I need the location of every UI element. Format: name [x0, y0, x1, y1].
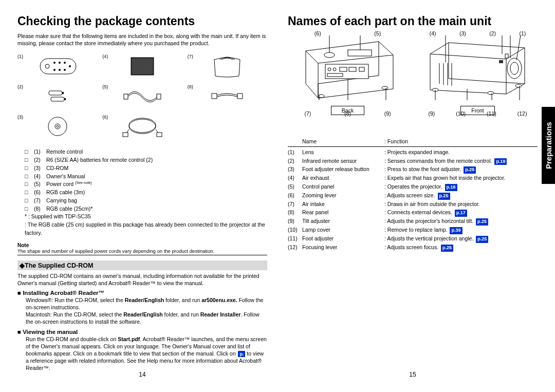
install-body: Windows®: Run the CD-ROM, select the Rea… — [26, 296, 267, 326]
viewing-body: Run the CD-ROM and double-click on Start… — [26, 335, 267, 372]
svg-point-33 — [324, 52, 335, 58]
page-number-left: 14 — [139, 371, 145, 378]
note-block: Note The shape and number of supplied po… — [17, 242, 267, 255]
page-ref-icon: p.25 — [464, 166, 476, 174]
svg-point-5 — [59, 69, 61, 71]
svg-rect-10 — [132, 59, 153, 74]
svg-point-41 — [510, 62, 519, 74]
svg-point-49 — [488, 91, 494, 95]
parts-row: (4)Air exhaust: Expels air that has grow… — [288, 174, 538, 182]
svg-rect-11 — [49, 91, 62, 95]
parts-row: (5)Control panel: Operates the projector… — [288, 182, 538, 191]
left-intro: Please make sure that the following item… — [17, 32, 267, 47]
svg-point-3 — [53, 69, 55, 71]
page-ref-icon: p.17 — [455, 210, 467, 217]
svg-point-6 — [64, 62, 66, 64]
viewing-heading: Viewing the manual — [17, 329, 267, 335]
svg-rect-47 — [505, 54, 508, 58]
svg-point-4 — [59, 62, 61, 64]
svg-rect-23 — [157, 133, 162, 137]
svg-rect-13 — [51, 97, 64, 101]
page-ref-icon: p.25 — [438, 193, 450, 200]
page-ref-icon: p.39 — [450, 227, 462, 234]
svg-point-2 — [53, 62, 55, 64]
package-checklist: □(1)Remote control □(2)R6 (SIZE AA) batt… — [25, 148, 267, 237]
svg-rect-12 — [62, 92, 64, 94]
svg-point-21 — [129, 119, 156, 134]
page-ref-icon: p. — [238, 351, 245, 357]
install-heading: Installing Acrobat® Reader™ — [17, 290, 267, 296]
page-ref-icon: p.25 — [441, 245, 453, 252]
batteries-icon — [17, 82, 97, 110]
parts-row: (2)Infrared remote sensor: Senses comman… — [288, 157, 538, 165]
svg-point-32 — [382, 86, 388, 89]
back-view: (6)(5) — [288, 32, 408, 125]
left-page: Checking the package contents Please mak… — [17, 14, 267, 369]
projector-front-icon — [424, 32, 532, 102]
cdrom-icon — [17, 113, 97, 141]
left-title: Checking the package contents — [17, 14, 267, 28]
svg-rect-14 — [64, 98, 66, 100]
svg-point-19 — [57, 125, 59, 127]
parts-row: (1)Lens: Projects expanded image. — [288, 148, 538, 156]
parts-row: (7)Air intake: Draws in air from outside… — [288, 200, 538, 208]
power-cord-icon — [102, 82, 182, 110]
page-ref-icon: p.19 — [494, 158, 507, 165]
short-rgb-cable-icon — [188, 82, 267, 110]
bag-icon — [188, 52, 267, 80]
cdrom-body: The supplied CD-ROM contains an owner's … — [17, 272, 267, 287]
svg-point-8 — [69, 65, 71, 67]
remote-control-icon — [17, 52, 97, 80]
parts-row: (10)Lamp cover: Remove to replace lamp. … — [288, 226, 538, 234]
parts-row: (8)Rear panel: Connects external devices… — [288, 208, 538, 217]
parts-row: (12)Focusing lever: Adjusts screen focus… — [288, 243, 538, 252]
page-ref-icon: p.25 — [476, 218, 488, 226]
front-view: (4)(3)(2)(1) — [418, 32, 538, 125]
svg-rect-15 — [124, 94, 128, 99]
right-page: Names of each part on the main unit (6)(… — [288, 14, 538, 369]
package-items-grid: (1) (4) (7) (2) — [17, 52, 267, 142]
parts-row: (3)Foot adjuster release button: Press t… — [288, 165, 538, 174]
manual-icon — [102, 52, 182, 80]
svg-rect-34 — [348, 50, 372, 56]
parts-row: (6)Zooming lever: Adjusts screen size. p… — [288, 191, 538, 200]
svg-point-20 — [129, 118, 156, 133]
cdrom-heading: ◆The Supplied CD-ROM — [17, 260, 267, 270]
page-ref-icon: p.16 — [445, 184, 457, 191]
right-title: Names of each part on the main unit — [288, 14, 538, 28]
svg-rect-22 — [123, 133, 128, 137]
svg-point-50 — [515, 84, 522, 87]
svg-rect-16 — [157, 94, 161, 99]
section-tab: Preparations — [542, 107, 555, 184]
rgb-cable-icon — [102, 113, 182, 141]
page-number-right: 15 — [409, 371, 416, 378]
svg-point-7 — [64, 69, 66, 71]
projector-back-icon — [297, 32, 399, 102]
page-ref-icon: p.25 — [476, 236, 488, 243]
parts-table: Name : Function (1)Lens: Projects expand… — [288, 137, 538, 252]
svg-rect-46 — [499, 60, 503, 63]
parts-row: (11)Foot adjuster: Adjusts the vertical … — [288, 234, 538, 243]
parts-row: (9)Tilt adjuster: Adjusts the projector'… — [288, 217, 538, 226]
